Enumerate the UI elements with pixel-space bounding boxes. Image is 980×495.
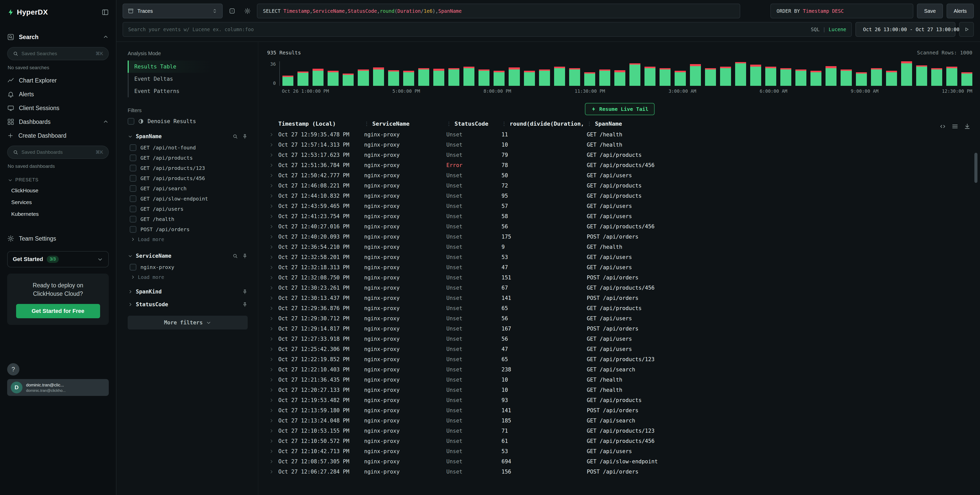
row-expander[interactable] <box>267 275 278 280</box>
chart-bar[interactable] <box>388 70 399 86</box>
filter-option[interactable]: GET /health <box>128 214 248 224</box>
mode-lucene[interactable]: Lucene <box>829 27 846 32</box>
expand-row-icon[interactable] <box>269 234 274 239</box>
expand-row-icon[interactable] <box>269 306 274 310</box>
row-expander[interactable] <box>267 183 278 188</box>
checkbox[interactable] <box>128 118 134 125</box>
expand-row-icon[interactable] <box>269 173 274 178</box>
search-icon[interactable] <box>232 134 238 139</box>
row-expander[interactable] <box>267 214 278 219</box>
chart-bar[interactable] <box>916 65 927 86</box>
chart-bar[interactable] <box>328 71 339 86</box>
filter-group-header-StatusCode[interactable]: StatusCode <box>128 301 248 307</box>
checkbox[interactable] <box>130 185 136 192</box>
sidebar-item-kubernetes[interactable]: Kubernetes <box>7 208 109 220</box>
sidebar-item-dashboards[interactable]: Dashboards <box>7 115 109 129</box>
checkbox[interactable] <box>130 175 136 181</box>
row-expander[interactable] <box>267 459 278 464</box>
analysis-mode-event-deltas[interactable]: Event Deltas <box>128 73 248 85</box>
pin-icon[interactable] <box>242 134 248 139</box>
table-row[interactable]: Oct 27 12:10:42.713 PMnginx-proxyUnset53… <box>267 446 972 457</box>
chart-bar[interactable] <box>298 72 309 86</box>
table-view-icon[interactable] <box>951 123 959 130</box>
chart-bar[interactable] <box>358 70 369 86</box>
expand-row-icon[interactable] <box>269 459 274 464</box>
analysis-mode-results-table[interactable]: Results Table <box>128 60 248 73</box>
row-expander[interactable] <box>267 153 278 158</box>
chart-bar[interactable] <box>690 64 701 86</box>
checkbox[interactable] <box>130 264 136 271</box>
chart-bar[interactable] <box>313 69 323 86</box>
table-row[interactable]: Oct 27 12:29:14.817 PMnginx-proxyUnset16… <box>267 324 972 334</box>
chart-bar[interactable] <box>539 70 550 86</box>
expand-row-icon[interactable] <box>269 408 274 413</box>
chart-bar[interactable] <box>765 67 776 86</box>
expand-row-icon[interactable] <box>269 163 274 167</box>
chart-bar[interactable] <box>826 66 837 86</box>
chart-bar[interactable] <box>343 73 354 86</box>
filter-option[interactable]: GET /api/products <box>128 153 248 163</box>
saved-searches-field[interactable] <box>21 51 92 56</box>
table-row[interactable]: Oct 27 12:32:58.201 PMnginx-proxyUnset53… <box>267 252 972 262</box>
row-expander[interactable] <box>267 306 278 310</box>
get-started-free-button[interactable]: Get Started for Free <box>16 304 100 318</box>
row-expander[interactable] <box>267 470 278 474</box>
expand-row-icon[interactable] <box>269 347 274 352</box>
collapse-sidebar-icon[interactable] <box>102 9 109 16</box>
row-expander[interactable] <box>267 296 278 300</box>
checkbox[interactable] <box>130 205 136 212</box>
table-row[interactable]: Oct 27 12:22:19.852 PMnginx-proxyUnset65… <box>267 354 972 364</box>
table-row[interactable]: Oct 27 12:53:17.623 PMnginx-proxyUnset79… <box>267 150 972 160</box>
expand-row-icon[interactable] <box>269 419 274 423</box>
chart-bar[interactable] <box>886 71 897 86</box>
chart-bar[interactable] <box>660 68 671 86</box>
column-header-spanname[interactable]: ⋮SpanName <box>587 121 972 127</box>
alerts-button[interactable]: Alerts <box>947 3 974 18</box>
row-expander[interactable] <box>267 173 278 178</box>
chart-bar[interactable] <box>901 61 912 86</box>
time-range-picker[interactable]: Oct 26 13:00:00 - Oct 27 13:00:00 <box>855 22 956 37</box>
chart-bar[interactable] <box>479 70 490 86</box>
table-row[interactable]: Oct 27 12:29:30.712 PMnginx-proxyUnset56… <box>267 314 972 324</box>
table-row[interactable]: Oct 27 12:27:33.918 PMnginx-proxyUnset56… <box>267 334 972 344</box>
expand-row-icon[interactable] <box>269 224 274 229</box>
saved-dashboards-input[interactable]: ⌘K <box>7 146 109 159</box>
saved-dashboards-field[interactable] <box>21 150 92 155</box>
analysis-mode-event-patterns[interactable]: Event Patterns <box>128 85 248 97</box>
row-expander[interactable] <box>267 224 278 229</box>
expand-row-icon[interactable] <box>269 286 274 290</box>
checkbox[interactable] <box>130 144 136 151</box>
row-expander[interactable] <box>267 163 278 167</box>
row-expander[interactable] <box>267 337 278 341</box>
more-filters-button[interactable]: More filters <box>128 316 248 329</box>
filter-option[interactable]: GET /api/products/456 <box>128 173 248 183</box>
source-select[interactable]: Traces <box>123 3 223 18</box>
expand-row-icon[interactable] <box>269 377 274 382</box>
chart-bar[interactable] <box>403 71 414 86</box>
chart-bar[interactable] <box>720 67 731 86</box>
expand-row-icon[interactable] <box>269 214 274 219</box>
row-expander[interactable] <box>267 316 278 321</box>
chart-bar[interactable] <box>810 71 821 86</box>
chart-bar[interactable] <box>856 72 867 86</box>
chevron-down-icon[interactable] <box>97 256 103 262</box>
row-expander[interactable] <box>267 234 278 239</box>
chart-bar[interactable] <box>946 67 957 86</box>
table-row[interactable]: Oct 27 12:40:27.016 PMnginx-proxyUnset56… <box>267 221 972 232</box>
row-expander[interactable] <box>267 449 278 454</box>
expand-row-icon[interactable] <box>269 245 274 249</box>
table-row[interactable]: Oct 27 12:44:10.832 PMnginx-proxyUnset95… <box>267 191 972 201</box>
expand-row-icon[interactable] <box>269 275 274 280</box>
row-expander[interactable] <box>267 347 278 352</box>
scrollbar-thumb[interactable] <box>974 153 977 183</box>
table-row[interactable]: Oct 27 12:10:50.572 PMnginx-proxyUnset61… <box>267 436 972 446</box>
filter-group-header-SpanKind[interactable]: SpanKind <box>128 289 248 295</box>
sidebar-item-alerts[interactable]: Alerts <box>7 88 109 101</box>
table-row[interactable]: Oct 27 12:57:14.313 PMnginx-proxyUnset10… <box>267 140 972 150</box>
query-language-toggle[interactable]: SQL | Lucene <box>811 27 846 32</box>
table-row[interactable]: Oct 27 12:50:42.777 PMnginx-proxyUnset50… <box>267 170 972 181</box>
checkbox[interactable] <box>130 196 136 202</box>
mode-sql[interactable]: SQL <box>811 27 819 32</box>
save-button[interactable]: Save <box>917 3 943 18</box>
denoise-results-option[interactable]: Denoise Results <box>128 118 248 125</box>
